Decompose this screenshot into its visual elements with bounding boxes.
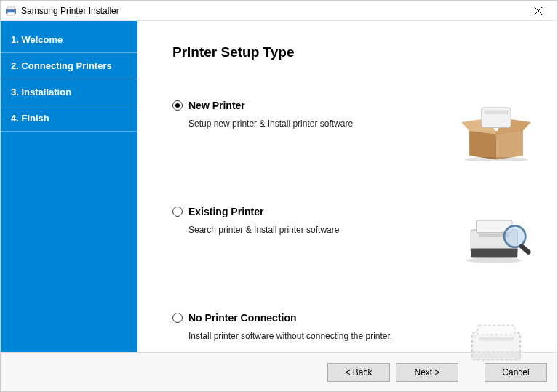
content: Printer Setup Type New Printer Setup new… bbox=[137, 21, 557, 352]
option-existing-printer[interactable]: Existing Printer Search printer & Instal… bbox=[172, 204, 549, 270]
option-no-printer[interactable]: No Printer Connection Install printer so… bbox=[172, 311, 549, 376]
svg-rect-6 bbox=[485, 111, 509, 115]
option-radio-line: No Printer Connection bbox=[172, 312, 453, 324]
titlebar-title: Samsung Printer Installer bbox=[21, 6, 524, 16]
option-desc: Search printer & Install printer softwar… bbox=[172, 225, 453, 235]
page-title: Printer Setup Type bbox=[172, 44, 549, 60]
svg-rect-2 bbox=[7, 12, 15, 15]
option-new-printer[interactable]: New Printer Setup new printer & Install … bbox=[172, 98, 549, 164]
option-left: Existing Printer Search printer & Instal… bbox=[172, 204, 453, 235]
new-printer-icon bbox=[453, 98, 540, 164]
sidebar: 1. Welcome 2. Connecting Printers 3. Ins… bbox=[1, 21, 137, 352]
sidebar-item-connecting[interactable]: 2. Connecting Printers bbox=[1, 53, 137, 79]
svg-rect-16 bbox=[477, 325, 514, 335]
sidebar-item-welcome[interactable]: 1. Welcome bbox=[1, 27, 137, 53]
titlebar: Samsung Printer Installer bbox=[1, 1, 557, 21]
sidebar-item-finish[interactable]: 4. Finish bbox=[1, 105, 137, 132]
option-desc: Setup new printer & Install printer soft… bbox=[172, 119, 453, 129]
sidebar-item-label: 3. Installation bbox=[11, 87, 71, 97]
sidebar-item-label: 4. Finish bbox=[11, 113, 49, 124]
svg-rect-13 bbox=[519, 243, 532, 255]
app-icon bbox=[5, 5, 17, 17]
option-title: Existing Printer bbox=[188, 206, 263, 217]
svg-rect-18 bbox=[472, 352, 520, 360]
option-left: New Printer Setup new printer & Install … bbox=[172, 98, 453, 129]
sidebar-item-label: 2. Connecting Printers bbox=[11, 60, 112, 71]
radio-new-printer[interactable] bbox=[172, 100, 183, 111]
option-title: No Printer Connection bbox=[188, 312, 297, 324]
option-left: No Printer Connection Install printer so… bbox=[172, 311, 453, 341]
svg-rect-17 bbox=[479, 337, 514, 341]
option-title: New Printer bbox=[188, 100, 245, 111]
radio-existing-printer[interactable] bbox=[172, 207, 183, 217]
no-printer-icon bbox=[453, 311, 540, 376]
svg-point-7 bbox=[464, 157, 528, 161]
close-button[interactable] bbox=[524, 1, 553, 21]
option-desc: Install printer software without connect… bbox=[172, 331, 453, 341]
sidebar-item-label: 1. Welcome bbox=[11, 34, 63, 45]
option-radio-line: Existing Printer bbox=[172, 206, 453, 217]
sidebar-item-installation[interactable]: 3. Installation bbox=[1, 79, 137, 105]
close-icon bbox=[535, 7, 542, 15]
svg-point-14 bbox=[466, 257, 522, 263]
option-radio-line: New Printer bbox=[172, 100, 453, 111]
svg-rect-9 bbox=[471, 249, 517, 258]
existing-printer-icon bbox=[453, 204, 540, 270]
main-area: 1. Welcome 2. Connecting Printers 3. Ins… bbox=[1, 21, 557, 352]
svg-rect-1 bbox=[7, 7, 15, 9]
radio-no-printer[interactable] bbox=[172, 313, 183, 323]
svg-point-12 bbox=[504, 225, 525, 247]
